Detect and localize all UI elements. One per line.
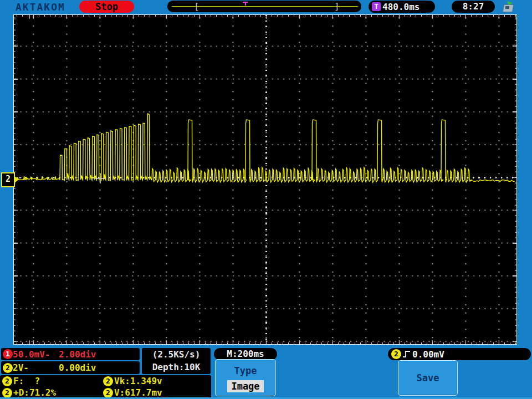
window-left-bracket: [ [194,1,200,12]
trigger-delay-value: 480.0ms [382,2,420,12]
acquisition-readout: (2.5KS/s) Depth:10K [142,348,211,374]
measurement-voltage: 2 V:617.7mv [103,387,162,398]
type-button[interactable]: Type Image [215,359,276,396]
waveform-trace [14,15,516,344]
measurement-duty: 2 +D:71.2% [2,387,56,398]
usb-disk-icon-label [505,6,509,9]
trigger-delay-readout: T 480.0ms [369,1,435,13]
channel-2-position-marker[interactable]: 2 [1,172,15,187]
measurement-text: F: ? [13,376,40,386]
channel-2-readout: 2 2V- 0.00div [1,361,140,374]
measurement-frequency: 2 F: ? [2,376,40,386]
trigger-t-icon: T [372,2,381,11]
measurement-text: Vk:1.349v [114,376,162,386]
type-button-label: Type [216,365,275,376]
channel-2-position: 0.00div [59,362,96,373]
type-button-value[interactable]: Image [227,380,263,392]
trigger-level-value: 0.00mV [412,349,444,360]
measurements-panel: 2 F: ? 2 Vk:1.349v 2 +D:71.2% 2 V:617.7m… [0,375,211,399]
channel-1-position: 2.00div [59,349,96,360]
clock: 8:27 [452,1,495,13]
channel-2-badge: 2 [3,363,13,373]
measurement-channel-badge: 2 [2,376,12,386]
measurement-channel-badge: 2 [103,388,113,398]
usb-disk-icon [502,1,514,12]
oscilloscope-screen: AKTAKOM Stop [ ] T 480.0ms 8:27 [0,0,532,399]
trigger-level-readout: 2 0.00mV [388,348,531,360]
channel-1-readout: 1 50.0mV- 2.00div [1,348,140,360]
measurement-channel-badge: 2 [103,376,113,386]
memory-depth: Depth:10K [142,361,211,374]
timebase-readout: M:200ms [214,348,277,360]
channel-1-badge: 1 [3,349,13,359]
measurement-vk: 2 Vk:1.349v [103,376,162,386]
sample-rate: (2.5KS/s) [142,348,211,361]
rising-edge-icon [402,350,411,359]
run-state-badge: Stop [79,1,134,13]
trigger-channel-badge: 2 [391,349,401,359]
measurement-text: +D:71.2% [13,387,56,398]
trigger-position-bar: [ ] [167,1,361,12]
save-button[interactable]: Save [398,360,458,396]
measurement-channel-badge: 2 [2,388,12,398]
channel-2-scale: 2V- [13,362,29,373]
channel-1-scale: 50.0mV- [13,349,50,360]
measurement-text: V:617.7mv [114,387,162,398]
window-right-bracket: ] [334,1,340,12]
waveform-display [13,14,517,345]
record-line [172,6,358,7]
trigger-position-marker-icon [243,2,248,6]
brand-logo: AKTAKOM [16,1,65,13]
